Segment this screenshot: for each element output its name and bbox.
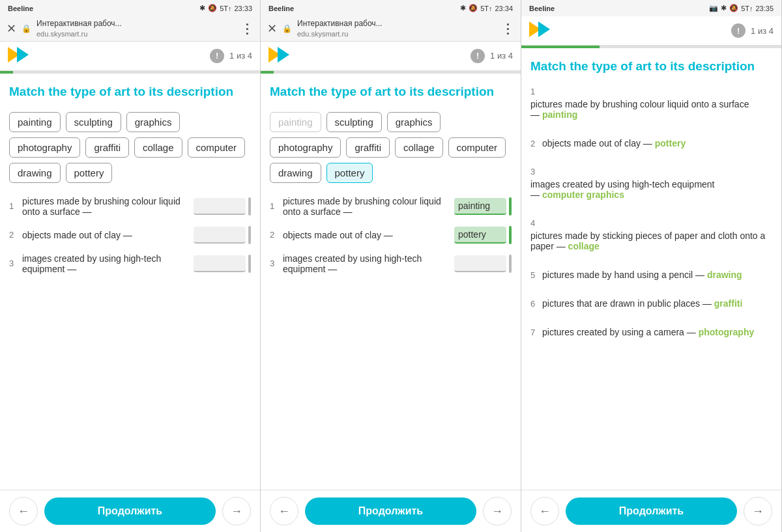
- panel-1: Beeline ✱ 🔕 5T↑ 23:33 ✕ 🔒 Интерактивная …: [0, 0, 261, 532]
- header-right-1: ! 1 из 4: [210, 49, 252, 63]
- warning-icon-1[interactable]: !: [210, 49, 224, 63]
- result-text-6: pictures that are drawn in public places…: [542, 298, 742, 309]
- bottom-nav-1: ← Продолжить →: [0, 490, 260, 532]
- continue-button-3[interactable]: Продолжить: [566, 497, 737, 525]
- forward-button-2[interactable]: →: [483, 497, 512, 525]
- answer-slot-2-3[interactable]: [454, 255, 512, 273]
- answer-indicator-1-2: [248, 226, 251, 244]
- chip-graphics-2[interactable]: graphics: [387, 112, 441, 132]
- forward-button-3[interactable]: →: [744, 497, 772, 525]
- signal-icon: 5T↑: [220, 5, 231, 12]
- result-num-5: 5: [530, 270, 540, 280]
- bluetooth-icon-3: ✱: [721, 4, 727, 12]
- answer-box-1-3[interactable]: [194, 255, 246, 272]
- close-tab-icon-2[interactable]: ✕: [267, 21, 277, 36]
- chip-painting-1[interactable]: painting: [9, 112, 61, 132]
- answer-indicator-1-1: [248, 197, 251, 216]
- answer-slot-1-3[interactable]: [194, 255, 251, 273]
- site-title-2: Интерактивная рабоч...: [297, 19, 496, 29]
- results-list: 1 pictures made by brushing colour liqui…: [530, 87, 772, 346]
- close-tab-icon[interactable]: ✕: [7, 21, 16, 36]
- question-item-2-2: 2 objects made out of clay — pottery: [270, 226, 512, 244]
- answer-box-2-3[interactable]: [454, 255, 506, 272]
- chip-painting-2[interactable]: painting: [270, 112, 321, 132]
- result-item-3: 3 images created by using high-tech equi…: [530, 167, 772, 200]
- lock-icon: 🔒: [22, 24, 31, 33]
- back-button-2[interactable]: ←: [270, 497, 298, 525]
- chip-sculpting-2[interactable]: sculpting: [326, 112, 382, 132]
- result-answer-5: drawing: [707, 270, 742, 280]
- answer-slot-1-1[interactable]: [194, 197, 251, 216]
- chip-computer-1[interactable]: computer: [188, 137, 246, 158]
- question-item-1-3: 3 images created by using high-tech equi…: [9, 253, 251, 274]
- q-text-1-3: images created by using high-tech equipm…: [22, 253, 190, 274]
- chip-drawing-1[interactable]: drawing: [9, 163, 61, 183]
- result-answer-1: painting: [542, 109, 577, 120]
- answer-box-2-2[interactable]: pottery: [454, 227, 506, 244]
- question-title-3: Match the type of art to its description: [530, 59, 772, 75]
- chip-photography-1[interactable]: photography: [9, 137, 80, 158]
- warning-icon-3[interactable]: !: [731, 23, 746, 38]
- chip-collage-1[interactable]: collage: [134, 137, 182, 158]
- chip-collage-2[interactable]: collage: [395, 137, 443, 158]
- question-row-2-1: 1 pictures made by brushing colour liqui…: [270, 196, 512, 217]
- signal-icon-3: 5T↑: [741, 5, 753, 12]
- browser-bar-2: ✕ 🔒 Интерактивная рабоч... edu.skysmart.…: [261, 16, 521, 42]
- question-title-1: Match the type of art to its description: [9, 84, 251, 100]
- chip-drawing-2[interactable]: drawing: [270, 163, 321, 183]
- url-bar-1[interactable]: Интерактивная рабоч... edu.skysmart.ru: [36, 19, 235, 38]
- q-num-2-1: 1: [270, 201, 279, 211]
- continue-button-1[interactable]: Продолжить: [44, 497, 216, 525]
- chip-sculpting-1[interactable]: sculpting: [66, 112, 121, 132]
- answer-slot-2-1[interactable]: painting: [454, 197, 512, 216]
- answer-slot-2-2[interactable]: pottery: [454, 226, 512, 244]
- result-num-6: 6: [530, 299, 540, 309]
- url-bar-2[interactable]: Интерактивная рабоч... edu.skysmart.ru: [297, 19, 496, 38]
- app-header-1: ! 1 из 4: [0, 42, 260, 71]
- counter-1: 1 из 4: [229, 51, 252, 61]
- warning-icon-2[interactable]: !: [471, 49, 485, 63]
- chip-photography-2[interactable]: photography: [270, 137, 341, 158]
- result-item-4: 4 pictures made by sticking pieces of pa…: [530, 218, 772, 251]
- q-num-1-1: 1: [9, 201, 18, 211]
- forward-button-1[interactable]: →: [222, 497, 251, 525]
- chip-graffiti-1[interactable]: graffiti: [85, 137, 129, 158]
- chip-graphics-1[interactable]: graphics: [126, 112, 181, 132]
- result-answer-2: pottery: [655, 138, 686, 148]
- bottom-nav-3: ← Продолжить →: [521, 490, 781, 532]
- q-text-2-2: objects made out of clay —: [283, 230, 450, 240]
- result-text-4: pictures made by sticking pieces of pape…: [530, 231, 772, 251]
- time-2: 23:34: [495, 5, 513, 12]
- carrier-2: Beeline: [268, 5, 294, 12]
- back-button-3[interactable]: ←: [530, 497, 559, 525]
- carrier-3: Beeline: [529, 5, 555, 12]
- answer-box-2-1[interactable]: painting: [454, 198, 506, 215]
- result-item-1: 1 pictures made by brushing colour liqui…: [530, 87, 772, 120]
- chips-area-1: painting sculpting graphics photography …: [9, 112, 251, 183]
- answer-slot-1-2[interactable]: [194, 226, 251, 244]
- notifications-icon-2: 🔕: [469, 4, 478, 12]
- more-options-icon-2[interactable]: ⋮: [501, 21, 514, 36]
- continue-button-2[interactable]: Продолжить: [305, 497, 476, 525]
- app-logo-3: [529, 21, 550, 40]
- content-2: Match the type of art to its description…: [261, 74, 521, 490]
- question-row-2-3: 3 images created by using high-tech equi…: [270, 253, 512, 274]
- result-text-3: images created by using high-tech equipm…: [530, 179, 772, 200]
- chip-graffiti-2[interactable]: graffiti: [346, 137, 390, 158]
- more-options-icon[interactable]: ⋮: [240, 21, 253, 36]
- status-bar-1: Beeline ✱ 🔕 5T↑ 23:33: [0, 0, 260, 16]
- chip-pottery-1[interactable]: pottery: [66, 163, 113, 183]
- chip-pottery-2[interactable]: pottery: [326, 163, 373, 183]
- chip-computer-2[interactable]: computer: [448, 137, 506, 158]
- instagram-icon-3: 📷: [709, 4, 718, 12]
- lock-icon-2: 🔒: [282, 24, 292, 33]
- question-row-1-2: 2 objects made out of clay —: [9, 226, 251, 244]
- result-answer-3b: graphics: [586, 189, 624, 200]
- answer-box-1-1[interactable]: [194, 198, 246, 215]
- header-right-2: ! 1 из 4: [471, 49, 513, 63]
- back-button-1[interactable]: ←: [9, 497, 38, 525]
- answer-box-1-2[interactable]: [194, 227, 246, 244]
- panel-2: Beeline ✱ 🔕 5T↑ 23:34 ✕ 🔒 Интерактивная …: [261, 0, 521, 532]
- answer-indicator-2-3: [509, 255, 512, 273]
- result-item-7: 7 pictures created by using a camera — p…: [530, 327, 772, 337]
